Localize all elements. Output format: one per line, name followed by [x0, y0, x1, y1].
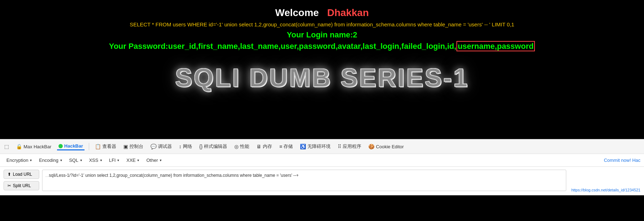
load-url-button[interactable]: ⬆ Load URL: [4, 170, 39, 179]
xxe-label: XXE: [126, 158, 136, 163]
inspector-icon: 📋: [95, 144, 101, 149]
network-label: 网络: [183, 143, 192, 150]
performance-label: 性能: [240, 143, 249, 150]
lfi-arrow: ▾: [117, 158, 119, 162]
memory-icon: 🖥: [256, 144, 261, 149]
toolbar-memory[interactable]: 🖥 内存: [255, 143, 274, 150]
password-highlight: username,password: [456, 41, 535, 51]
main-content: Welcome Dhakkan SELECT * FROM users WHER…: [0, 0, 644, 139]
toolbar-network[interactable]: ↕ 网络: [178, 143, 194, 150]
divider-1: [89, 143, 89, 150]
toolbar-cookie[interactable]: 🍪 Cookie Editor: [367, 143, 405, 150]
menu-other[interactable]: Other ▾: [143, 156, 164, 164]
toolbar-inspector[interactable]: 📋 查看器: [93, 143, 118, 150]
url-value: sqli/Less-1/?id='-1' union select 1,2,gr…: [49, 173, 299, 178]
toolbar-accessibility[interactable]: ♿ 无障碍环境: [298, 143, 332, 150]
xss-label: XSS: [89, 158, 98, 163]
lock-icon: 🔒: [16, 144, 22, 149]
maxhackbar-label: Max HackBar: [24, 144, 51, 149]
toolbar-debugger[interactable]: 💬 调试器: [149, 143, 173, 150]
toolbar-style[interactable]: {} 样式编辑器: [198, 143, 229, 150]
cookie-label: Cookie Editor: [376, 144, 404, 149]
url-status: https://blog.csdn.net/details_id/1234521: [569, 188, 640, 192]
hackbar-label: HackBar: [64, 143, 83, 149]
debugger-icon: 💬: [150, 144, 157, 149]
xxe-arrow: ▾: [137, 158, 139, 162]
apps-label: 应用程序: [343, 143, 361, 150]
storage-label: 存储: [283, 143, 293, 150]
split-url-icon: ✂: [7, 183, 11, 188]
toolbar-performance[interactable]: ◎ 性能: [233, 143, 251, 150]
url-prefix: ...: [45, 173, 49, 178]
storage-icon: ≡: [279, 144, 282, 149]
accessibility-icon: ♿: [300, 144, 306, 149]
cookie-icon: 🍪: [368, 144, 374, 149]
other-arrow: ▾: [160, 158, 162, 162]
hackbar-dot: [58, 144, 63, 148]
debugger-label: 调试器: [158, 143, 172, 150]
sql-label: SQL: [69, 158, 78, 163]
menu-lfi[interactable]: LFI ▾: [106, 156, 122, 164]
browser-toolbar: ⬚ 🔒 Max HackBar HackBar 📋 查看器 ▣ 控制台 💬 调试…: [0, 139, 644, 154]
load-url-label: Load URL: [13, 172, 32, 177]
menu-encoding[interactable]: Encoding ▾: [36, 156, 65, 164]
logo-text: SQLI DUMB SERIES-1: [175, 63, 469, 92]
encoding-arrow: ▾: [60, 158, 62, 162]
toolbar-console[interactable]: ▣ 控制台: [122, 143, 145, 150]
welcome-line: Welcome Dhakkan: [275, 7, 369, 19]
inspector-label: 查看器: [102, 143, 116, 150]
lfi-label: LFI: [109, 158, 116, 163]
accessibility-label: 无障碍环境: [307, 143, 331, 150]
hackbar-toolbar: Encryption ▾ Encoding ▾ SQL ▾ XSS ▾ LFI …: [0, 154, 644, 167]
menu-sql[interactable]: SQL ▾: [66, 156, 85, 164]
commit-now-button[interactable]: Commit now! Hac: [604, 158, 640, 163]
sql-query: SELECT * FROM users WHERE id='-1' union …: [130, 21, 514, 27]
encryption-label: Encryption: [6, 158, 28, 163]
network-icon: ↕: [179, 144, 182, 149]
encryption-arrow: ▾: [30, 158, 32, 162]
performance-icon: ◎: [234, 144, 239, 149]
toolbar-monitor[interactable]: ⬚: [3, 143, 10, 150]
console-label: 控制台: [129, 143, 143, 150]
menu-xss[interactable]: XSS ▾: [86, 156, 105, 164]
other-label: Other: [146, 158, 158, 163]
password-line: Your Password:user_id,first_name,last_na…: [109, 42, 535, 51]
toolbar-maxhackbar[interactable]: 🔒 Max HackBar: [15, 143, 53, 150]
url-buttons: ⬆ Load URL ✂ Split URL: [4, 170, 39, 190]
xss-arrow: ▾: [100, 158, 102, 162]
encoding-label: Encoding: [39, 158, 58, 163]
toolbar-storage[interactable]: ≡ 存储: [278, 143, 294, 150]
sql-arrow: ▾: [80, 158, 82, 162]
url-input[interactable]: ...sqli/Less-1/?id='-1' union select 1,2…: [42, 170, 566, 191]
split-url-label: Split URL: [13, 183, 31, 188]
split-url-button[interactable]: ✂ Split URL: [4, 181, 39, 190]
menu-xxe[interactable]: XXE ▾: [123, 156, 142, 164]
memory-label: 内存: [263, 143, 272, 150]
menu-encryption[interactable]: Encryption ▾: [4, 156, 35, 164]
monitor-icon: ⬚: [4, 144, 9, 149]
password-normal: Your Password:user_id,first_name,last_na…: [109, 42, 456, 51]
welcome-text: Welcome: [275, 7, 319, 18]
style-label: 样式编辑器: [204, 143, 227, 150]
logo-area: SQLI DUMB SERIES-1: [0, 58, 644, 97]
console-icon: ▣: [123, 144, 128, 149]
login-name: Your Login name:2: [287, 30, 357, 40]
apps-icon: ⠿: [338, 144, 341, 149]
toolbar-apps[interactable]: ⠿ 应用程序: [336, 143, 363, 150]
url-area: ⬆ Load URL ✂ Split URL ...sqli/Less-1/?i…: [0, 167, 644, 195]
load-url-icon: ⬆: [7, 172, 11, 177]
style-icon: {}: [199, 144, 203, 149]
user-name: Dhakkan: [327, 7, 369, 18]
toolbar-hackbar[interactable]: HackBar: [57, 143, 85, 150]
